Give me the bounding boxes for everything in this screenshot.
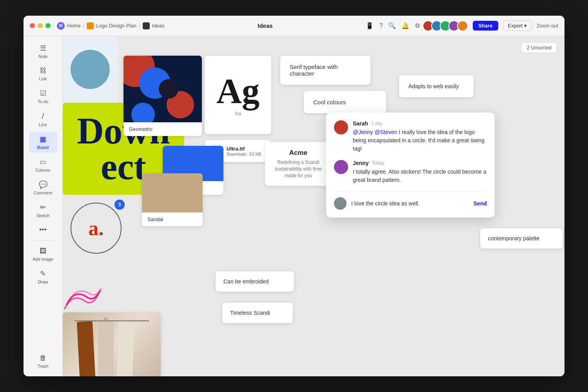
sketch-badge: 3 — [114, 200, 125, 210]
sandal-card[interactable]: Sandal — [142, 173, 203, 226]
ag-sample: Aa — [235, 111, 241, 116]
acme-desc: Redefining a Scandi sustainability with … — [273, 159, 324, 179]
ag-letter: Ag — [216, 74, 260, 109]
share-button[interactable]: Share — [473, 21, 498, 31]
clothing-bg — [63, 312, 161, 376]
titlebar: M Home / Logo Design Plan / Ideas Ideas … — [24, 16, 564, 36]
scandi-text: Timeless Scandi — [230, 310, 270, 316]
comment-jenny: Jenny Today I totally agree. Also sticke… — [334, 160, 487, 184]
sarah-avatar — [334, 120, 348, 134]
sarah-name: Sarah — [353, 120, 368, 127]
embroid-card[interactable]: Can be embroided — [216, 271, 294, 292]
sketch-circle: a. 3 — [71, 203, 122, 254]
sidebar-item-column[interactable]: ▭ Column — [29, 154, 57, 176]
blue-circle-card[interactable] — [63, 36, 118, 103]
close-button[interactable] — [30, 23, 35, 28]
blue-circle — [71, 50, 110, 89]
page-title: Ideas — [164, 22, 366, 29]
line-icon: / — [42, 112, 44, 121]
comment-body-sarah: Sarah 1 day @Jenny @Steven I really love… — [353, 120, 487, 153]
cool-colours-text: Cool colours — [313, 99, 346, 105]
sketch-lines-card[interactable] — [63, 281, 102, 312]
help-icon[interactable]: ? — [379, 22, 383, 29]
link-icon: ⛓ — [40, 67, 47, 75]
app-window: M Home / Logo Design Plan / Ideas Ideas … — [24, 16, 564, 376]
unsorted-badge: 2 Unsorted — [521, 42, 557, 53]
export-button[interactable]: Export ▾ — [503, 20, 532, 31]
search-icon[interactable]: 🔍 — [388, 22, 396, 29]
current-user-avatar — [334, 197, 347, 210]
jenny-time: Today — [372, 160, 384, 166]
sidebar-item-trash[interactable]: 🗑 Trash — [29, 351, 57, 372]
send-button[interactable]: Send — [474, 200, 487, 207]
trash-icon: 🗑 — [40, 354, 47, 362]
bell-icon[interactable]: 🔔 — [401, 22, 409, 29]
settings-icon[interactable]: ⚙ — [415, 22, 420, 29]
font-info: Ultra.ttf Download · 53 KB — [227, 146, 261, 156]
cloth-item — [98, 321, 114, 376]
jenny-name: Jenny — [353, 160, 368, 166]
comment-body-jenny: Jenny Today I totally agree. Also sticke… — [353, 160, 487, 184]
geo-shape — [131, 103, 155, 122]
traffic-lights — [30, 23, 51, 28]
sidebar-item-todo[interactable]: ☑ To-do — [29, 86, 57, 107]
sidebar-item-comment[interactable]: 💬 Comment — [29, 177, 57, 198]
addimage-icon: 🖼 — [40, 247, 47, 255]
titlebar-icons: 📱 ? 🔍 🔔 ⚙ — [366, 22, 420, 29]
avatar-group — [425, 20, 468, 31]
sidebar-item-more[interactable]: ••• — [29, 223, 57, 237]
breadcrumb-home[interactable]: Home — [67, 23, 81, 29]
sketch-circle-card[interactable]: a. 3 — [63, 203, 129, 281]
breadcrumb: M Home / Logo Design Plan / Ideas — [57, 22, 164, 30]
column-icon: ▭ — [40, 158, 46, 166]
sketch-letter-a: a. — [89, 217, 104, 240]
scandi-card[interactable]: Timeless Scandi — [222, 303, 293, 323]
contemp-text: contemporary palette — [488, 235, 540, 241]
adapts-web-text: Adapts to web easily — [408, 83, 459, 89]
geo-shape — [159, 79, 178, 99]
sarah-text: @Jenny @Steven I really love the idea of… — [353, 128, 487, 153]
canvas-area[interactable]: 2 Unsorted Geometric Ag Aa Aa — [63, 36, 564, 376]
sidebar-item-link[interactable]: ⛓ Link — [29, 64, 57, 84]
acme-card[interactable]: Acme Redefining a Scandi sustainability … — [265, 142, 332, 186]
avatar — [457, 20, 468, 31]
sidebar-item-note[interactable]: ☰ Note — [29, 41, 57, 62]
cool-colours-card[interactable]: Cool colours — [304, 91, 386, 113]
zoom-out-button[interactable]: Zoom out — [537, 23, 558, 29]
maximize-button[interactable] — [45, 23, 51, 28]
sidebar-item-addimage[interactable]: 🖼 Add image — [29, 244, 57, 265]
serif-typeface-card[interactable]: Serif typeface with character — [280, 56, 370, 85]
phone-icon[interactable]: 📱 — [366, 22, 374, 29]
breadcrumb-plan[interactable]: Logo Design Plan — [96, 23, 136, 29]
more-icon: ••• — [39, 226, 47, 234]
contemp-card[interactable]: contemporary palette — [480, 228, 563, 249]
sarah-time: 1 day — [371, 121, 383, 126]
sidebar-item-sketch[interactable]: ✏ Sketch — [29, 200, 57, 221]
home-icon: M — [57, 22, 65, 30]
sidebar-item-board[interactable]: ▦ Board — [29, 132, 57, 153]
adapts-web-card[interactable]: Adapts to web easily — [399, 75, 474, 97]
geometric-card[interactable]: Geometric — [123, 56, 202, 136]
sidebar: ☰ Note ⛓ Link ☑ To-do / Line ▦ Board ▭ C… — [24, 36, 63, 376]
sarah-mention[interactable]: @Jenny @Steven — [353, 129, 397, 135]
ag-typeface-card[interactable]: Ag Aa — [205, 56, 271, 134]
minimize-button[interactable] — [38, 23, 43, 28]
font-download-link[interactable]: Download · 53 KB — [227, 152, 261, 156]
note-icon: ☰ — [40, 44, 46, 53]
titlebar-right: 📱 ? 🔍 🔔 ⚙ Share Export ▾ Zoom out — [366, 20, 558, 31]
geometric-label: Geometric — [123, 122, 202, 136]
comment-input-row: I love the circle idea as well. Send — [334, 191, 487, 210]
comment-sarah: Sarah 1 day @Jenny @Steven I really love… — [334, 120, 487, 153]
sketch-svg — [63, 281, 102, 312]
acme-title: Acme — [273, 149, 324, 157]
clothing-card[interactable] — [63, 312, 161, 376]
sidebar-divider — [31, 240, 54, 241]
jenny-avatar — [334, 160, 348, 174]
sidebar-item-line[interactable]: / Line — [29, 109, 57, 130]
draw-icon: ✎ — [40, 269, 46, 278]
breadcrumb-current[interactable]: Ideas — [152, 23, 165, 29]
comment-input[interactable]: I love the circle idea as well. — [351, 200, 469, 207]
sidebar-item-draw[interactable]: ✎ Draw — [29, 266, 57, 287]
comment-popup: Sarah 1 day @Jenny @Steven I really love… — [326, 113, 495, 218]
current-icon — [143, 22, 150, 29]
